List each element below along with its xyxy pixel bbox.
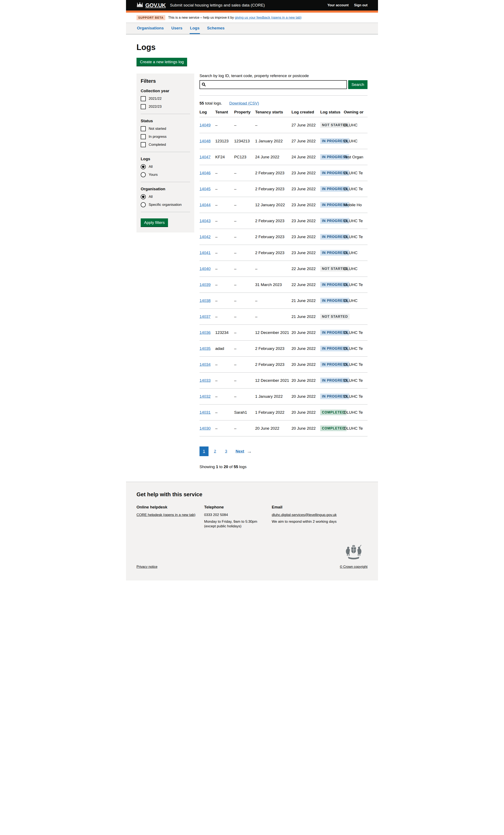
telephone-number: 0333 202 5084	[204, 513, 272, 517]
summary-to: 20	[224, 465, 228, 469]
summary-from: 1	[216, 465, 218, 469]
tenancy-starts-cell: 12 December 2021	[255, 372, 291, 388]
tab-users[interactable]: Users	[171, 23, 183, 34]
table-row: 14044 – – 12 January 2022 23 June 2022 I…	[200, 197, 367, 213]
log-id-link[interactable]: 14032	[200, 394, 210, 399]
search-button[interactable]: Search	[348, 80, 367, 89]
download-csv-link[interactable]: Download (CSV)	[229, 101, 259, 106]
service-name-link[interactable]: Submit social housing lettings and sales…	[170, 3, 265, 7]
your-account-link[interactable]: Your account	[327, 3, 349, 7]
tenant-cell: –	[215, 372, 234, 388]
tenant-cell: –	[215, 245, 234, 261]
property-cell: –	[234, 357, 255, 372]
log-status-cell: IN PROGRESS	[320, 213, 344, 229]
filters-divider	[141, 212, 190, 212]
feedback-link[interactable]: giving us your feedback (opens in a new …	[235, 16, 302, 19]
tab-logs[interactable]: Logs	[189, 23, 200, 34]
tenancy-starts-cell: 2 February 2023	[255, 357, 291, 372]
log-id-link[interactable]: 14031	[200, 410, 210, 414]
table-row: 14036 123234 – 12 December 2021 20 June …	[200, 325, 367, 341]
log-id-link[interactable]: 14042	[200, 235, 210, 239]
radio-org-specific[interactable]	[141, 202, 146, 207]
owning-organisation-cell: DLUHC Te	[344, 405, 367, 421]
privacy-notice-link[interactable]: Privacy notice	[137, 565, 158, 569]
log-id-link[interactable]: 14034	[200, 362, 210, 367]
crown-copyright-link[interactable]: © Crown copyright	[340, 565, 367, 569]
owning-organisation-cell: DLUHC Te	[344, 341, 367, 357]
tab-schemes[interactable]: Schemes	[207, 23, 225, 34]
property-cell: –	[234, 197, 255, 213]
footer: Get help with this service Online helpde…	[126, 482, 378, 581]
log-id-link[interactable]: 14041	[200, 250, 210, 255]
checkbox-2021-22[interactable]	[141, 96, 146, 101]
pagination-next-link[interactable]: Next	[236, 449, 244, 454]
checkbox-not-started[interactable]	[141, 126, 146, 131]
tenant-cell: –	[215, 357, 234, 372]
log-id-link[interactable]: 14044	[200, 203, 210, 207]
log-created-cell: 23 June 2022	[291, 229, 320, 245]
status-badge: COMPLETED	[320, 409, 346, 415]
log-id-cell: 14049	[200, 117, 215, 133]
log-id-cell: 14043	[200, 213, 215, 229]
log-id-link[interactable]: 14046	[200, 171, 210, 175]
govuk-header: GOV.UK Submit social housing lettings an…	[126, 0, 378, 13]
log-status-cell: IN PROGRESS	[320, 341, 344, 357]
log-id-link[interactable]: 14030	[200, 426, 210, 430]
log-id-link[interactable]: 14047	[200, 155, 210, 159]
radio-logs-yours[interactable]	[141, 172, 146, 177]
log-id-cell: 14048	[200, 133, 215, 149]
filters-heading: Filters	[141, 78, 190, 84]
radio-logs-all[interactable]	[141, 164, 146, 169]
log-id-cell: 14031	[200, 405, 215, 421]
owning-organisation-cell: DLUHC Te	[344, 181, 367, 197]
checkbox-2022-23[interactable]	[141, 104, 146, 109]
log-id-link[interactable]: 14045	[200, 187, 210, 191]
tenant-cell: –	[215, 213, 234, 229]
log-id-link[interactable]: 14035	[200, 346, 210, 351]
log-id-link[interactable]: 14049	[200, 123, 210, 127]
log-id-link[interactable]: 14038	[200, 299, 210, 303]
pagination-page-2[interactable]: 2	[210, 447, 220, 456]
col-owning-organisation: Owning or	[344, 107, 367, 117]
owning-organisation-cell: DLUHC	[344, 117, 367, 133]
tenancy-starts-cell: –	[255, 117, 291, 133]
pagination-page-3[interactable]: 3	[222, 447, 230, 456]
log-created-cell: 20 June 2022	[291, 325, 320, 341]
govuk-logotype[interactable]: GOV.UK	[145, 2, 166, 8]
col-log-status: Log status	[320, 107, 344, 117]
log-id-link[interactable]: 14043	[200, 219, 210, 223]
tab-organisations[interactable]: Organisations	[137, 23, 164, 34]
radio-org-all[interactable]	[141, 194, 146, 199]
create-lettings-log-button[interactable]: Create a new lettings log	[137, 58, 187, 66]
checkbox-completed[interactable]	[141, 142, 146, 147]
log-id-link[interactable]: 14033	[200, 378, 210, 383]
results-summary: Showing 1 to 20 of 55 logs	[200, 465, 367, 469]
next-arrow-icon[interactable]: →	[247, 448, 252, 454]
property-cell: –	[234, 388, 255, 405]
radio-logs-yours-label: Yours	[149, 172, 158, 177]
owning-organisation-cell: Mobile Ho	[344, 197, 367, 213]
tenancy-starts-cell: 12 January 2022	[255, 197, 291, 213]
log-id-cell: 14033	[200, 372, 215, 388]
log-id-link[interactable]: 14037	[200, 314, 210, 319]
log-id-link[interactable]: 14036	[200, 330, 210, 335]
apply-filters-button[interactable]: Apply filters	[141, 219, 168, 227]
log-status-cell: IN PROGRESS	[320, 181, 344, 197]
crown-icon	[137, 2, 143, 8]
log-id-link[interactable]: 14039	[200, 283, 210, 287]
pagination-page-1[interactable]: 1	[200, 447, 208, 456]
pagination: 1 2 3 Next →	[200, 447, 367, 456]
page-title: Logs	[137, 43, 367, 52]
table-row: 14031 – Sarah1 1 February 2022 20 June 2…	[200, 405, 367, 421]
email-link[interactable]: dluhc.digital-services@levellingup.gov.u…	[272, 513, 337, 517]
sign-out-link[interactable]: Sign out	[354, 3, 367, 7]
log-id-link[interactable]: 14040	[200, 266, 210, 271]
log-created-cell: 20 June 2022	[291, 388, 320, 405]
log-created-cell: 20 June 2022	[291, 372, 320, 388]
search-input[interactable]	[200, 80, 347, 89]
core-helpdesk-link[interactable]: CORE helpdesk (opens in a new tab)	[137, 513, 196, 517]
log-id-cell: 14047	[200, 149, 215, 165]
checkbox-in-progress[interactable]	[141, 134, 146, 139]
log-id-link[interactable]: 14048	[200, 139, 210, 143]
log-id-cell: 14036	[200, 325, 215, 341]
